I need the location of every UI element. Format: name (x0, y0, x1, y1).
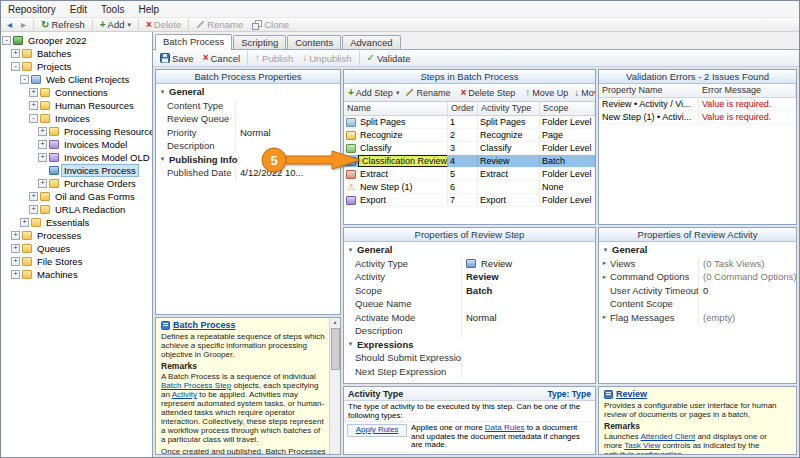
unpublish-button[interactable]: ↓Unpublish (298, 52, 355, 65)
tree-item[interactable]: +URLA Redaction (1, 203, 152, 216)
move-down-button[interactable]: ↓Move Down (571, 88, 596, 98)
expand-icon[interactable]: ▸ (599, 313, 610, 321)
tree-expander-icon[interactable]: + (29, 88, 38, 97)
tree-expander-icon[interactable]: - (2, 36, 11, 45)
property-row[interactable]: Review Queue (156, 112, 340, 126)
delete-button[interactable]: ×Delete (142, 18, 185, 31)
tree-expander-icon[interactable]: + (20, 218, 29, 227)
scrollbar[interactable]: ▴ (329, 318, 340, 454)
tree-item[interactable]: +Connections (1, 86, 152, 99)
tree-item[interactable]: +Invoices Model OLD (1, 151, 152, 164)
column-header-property-name[interactable]: Property Name (599, 84, 699, 97)
tree-item[interactable]: +File Stores (1, 255, 152, 268)
delete-step-button[interactable]: ×Delete Step (457, 88, 518, 98)
property-value[interactable]: (0 Task Views) (699, 258, 796, 269)
property-row[interactable]: Next Step Expression (344, 365, 595, 379)
tree-expander-icon[interactable]: + (29, 101, 38, 110)
tree-expander-icon[interactable]: + (38, 140, 47, 149)
rename-button[interactable]: Rename (192, 18, 247, 31)
tab-contents[interactable]: Contents (287, 35, 341, 50)
batch-process-link[interactable]: Batch Process (173, 321, 236, 330)
tree-item[interactable]: +Oil and Gas Forms (1, 190, 152, 203)
tree-expander-icon[interactable]: + (38, 153, 47, 162)
property-row[interactable]: ▸Flag Messages(empty) (599, 311, 796, 325)
step-name-editor[interactable]: Classification Review (358, 155, 448, 167)
property-row[interactable]: User Activity Timeout0 (599, 284, 796, 298)
column-header-order[interactable]: Order (448, 102, 478, 115)
step-row[interactable]: Split Pages1Split PagesFolder Level 1 (344, 116, 595, 129)
tab-batch-process[interactable]: Batch Process (155, 34, 232, 50)
validation-error-row[interactable]: Review • Activity / Vi...Value is requir… (599, 98, 796, 111)
tree-item[interactable]: +Batches (1, 47, 152, 60)
property-row[interactable]: Activate ModeNormal (344, 311, 595, 325)
clone-button[interactable]: Clone (248, 18, 293, 31)
property-row[interactable]: Description (156, 139, 340, 153)
tree-expander-icon[interactable]: + (11, 244, 20, 253)
step-row[interactable]: ⚠New Step (1)6None (344, 181, 595, 194)
tree-item[interactable]: -Grooper 2022 (1, 34, 152, 47)
property-value[interactable]: 0 (699, 285, 796, 296)
tree-item[interactable]: +Machines (1, 268, 152, 281)
expand-icon[interactable]: ▸ (599, 273, 610, 281)
tree-item[interactable]: +Invoices Model (1, 138, 152, 151)
menu-repository[interactable]: Repository (1, 3, 63, 16)
property-value[interactable]: 4/12/2022 10... (236, 167, 340, 178)
forward-button[interactable]: ▸ (17, 18, 30, 31)
tree-item[interactable]: +Processes (1, 229, 152, 242)
property-category[interactable]: ▾Publishing Info (156, 153, 340, 167)
property-row[interactable]: ▸Command Options(0 Command Options) (599, 270, 796, 284)
property-row[interactable]: ScopeBatch (344, 284, 595, 298)
add-step-button[interactable]: +Add Step▾ (345, 88, 402, 98)
property-row[interactable]: Content Type (156, 99, 340, 113)
tab-scripting[interactable]: Scripting (233, 35, 286, 50)
tree-item[interactable]: -Projects (1, 60, 152, 73)
tree-expander-icon[interactable]: + (29, 192, 38, 201)
property-value[interactable]: Normal (236, 127, 340, 138)
review-link[interactable]: Review (616, 390, 647, 399)
property-category[interactable]: ▾General (599, 243, 796, 257)
property-category[interactable]: ▾Expressions (344, 338, 595, 352)
batch-transfer-link[interactable]: Batch Transfer (347, 455, 407, 456)
cancel-button[interactable]: ×Cancel (199, 52, 244, 65)
property-value[interactable]: (0 Command Options) (699, 271, 796, 282)
property-value[interactable]: Review (462, 271, 595, 282)
property-row[interactable]: Queue Name (344, 297, 595, 311)
property-row[interactable]: PriorityNormal (156, 126, 340, 140)
menu-edit[interactable]: Edit (63, 3, 94, 16)
column-header-activity-type[interactable]: Activity Type (478, 102, 540, 115)
property-category[interactable]: ▾General (344, 243, 595, 257)
step-row[interactable]: Extract5ExtractFolder Level 1 (344, 168, 595, 181)
property-value[interactable]: (empty) (699, 312, 796, 323)
tree-item[interactable]: Invoices Process (1, 164, 152, 177)
batch-link[interactable]: Batch (453, 454, 473, 456)
publish-button[interactable]: ↑Publish (251, 52, 297, 65)
scroll-up-icon[interactable]: ▴ (333, 318, 336, 327)
column-header-scope[interactable]: Scope (540, 102, 595, 115)
tree-expander-icon[interactable]: + (11, 49, 20, 58)
property-value[interactable]: Review (462, 258, 595, 269)
validation-error-row[interactable]: New Step (1) • Activi...Value is require… (599, 111, 796, 124)
property-row[interactable]: ▸Views(0 Task Views) (599, 257, 796, 271)
validate-button[interactable]: ✓Validate (363, 52, 415, 65)
tree-expander-icon[interactable]: + (38, 127, 47, 136)
property-value[interactable]: Normal (462, 312, 595, 323)
tree-expander-icon[interactable]: + (11, 270, 20, 279)
column-header-error-message[interactable]: Error Message (699, 84, 796, 97)
tree-item[interactable]: -Web Client Projects (1, 73, 152, 86)
step-row[interactable]: Classification Review4ReviewBatch (344, 155, 595, 168)
property-row[interactable]: Published Date4/12/2022 10... (156, 166, 340, 180)
scroll-thumb[interactable] (331, 328, 340, 370)
menu-tools[interactable]: Tools (94, 3, 131, 16)
property-row[interactable]: Should Submit Expression (344, 351, 595, 365)
tree-item[interactable]: -Invoices (1, 112, 152, 125)
save-button[interactable]: Save (156, 52, 198, 65)
refresh-button[interactable]: ↻Refresh (37, 18, 89, 31)
type-link[interactable]: Type: Type (547, 389, 591, 399)
tree-item[interactable]: +Human Resources (1, 99, 152, 112)
apply-rules-link[interactable]: Apply Rules (347, 424, 407, 437)
tree-expander-icon[interactable]: + (11, 231, 20, 240)
tree-expander-icon[interactable]: - (29, 114, 38, 123)
tree-expander-icon[interactable]: - (20, 75, 29, 84)
column-header-name[interactable]: Name (344, 102, 448, 115)
property-value[interactable]: Batch (462, 285, 595, 296)
